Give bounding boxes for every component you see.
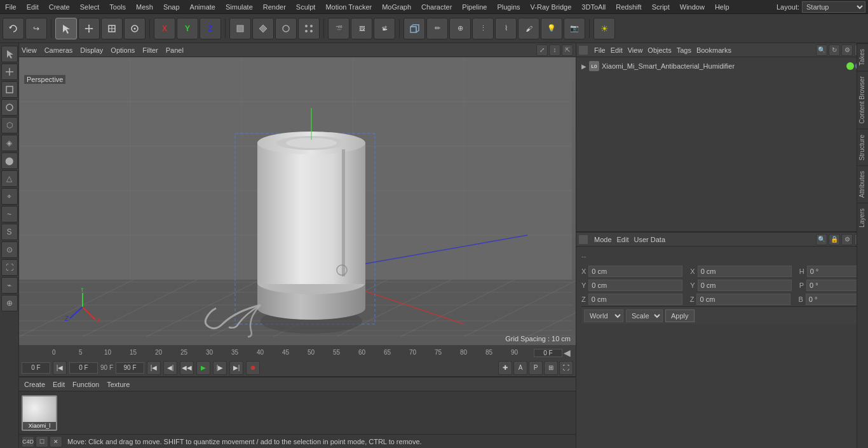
current-frame-input[interactable] xyxy=(534,349,562,357)
pos-y-input[interactable] xyxy=(588,280,682,291)
viewport-menu-filter[interactable]: Filter xyxy=(142,46,158,54)
step-forward-button[interactable]: |▶ xyxy=(213,361,227,375)
menu-select[interactable]: Select xyxy=(75,2,105,12)
sidebar-tool-11[interactable]: S xyxy=(1,224,18,240)
x-axis-button[interactable]: X xyxy=(154,18,175,39)
sidebar-tool-1[interactable] xyxy=(1,46,18,62)
scale-mode-button[interactable] xyxy=(101,18,123,39)
cube-mode-button[interactable] xyxy=(403,18,425,39)
menu-simulate[interactable]: Simulate xyxy=(220,2,258,12)
scale-dropdown[interactable]: Scale xyxy=(626,309,663,322)
cinema4d-icon[interactable]: C4D xyxy=(22,436,34,447)
menu-window[interactable]: Window xyxy=(675,2,710,12)
material-create[interactable]: Create xyxy=(24,381,45,388)
menu-mograph[interactable]: MoGraph xyxy=(377,2,416,12)
apply-button[interactable]: Apply xyxy=(665,309,695,322)
paint-button[interactable]: 🖌 xyxy=(518,18,539,39)
z-axis-button[interactable]: Z xyxy=(200,18,221,39)
step-back-button[interactable]: ◀| xyxy=(163,361,177,375)
viewport-menu-view[interactable]: View xyxy=(22,46,37,54)
obj-bookmarks[interactable]: Bookmarks xyxy=(696,46,731,54)
end-frame-input[interactable] xyxy=(116,362,144,374)
array-button[interactable]: ⋮ xyxy=(472,18,494,39)
layout-select[interactable]: Startup xyxy=(802,1,865,13)
render-sequence-button[interactable]: 📽 xyxy=(374,18,395,39)
sidebar-tool-12[interactable]: ⊙ xyxy=(1,241,18,258)
go-start-button[interactable]: |◀ xyxy=(147,361,161,375)
obj-file[interactable]: File xyxy=(594,46,606,54)
play-button[interactable]: ▶ xyxy=(196,361,210,375)
takes-tab[interactable]: Takes xyxy=(857,43,868,71)
obj-search-icon[interactable]: 🔍 xyxy=(816,44,827,56)
sidebar-tool-5[interactable]: ⬡ xyxy=(1,117,18,133)
attr-user-data[interactable]: User Data xyxy=(634,236,666,243)
menu-pipeline[interactable]: Pipeline xyxy=(457,2,492,12)
material-texture[interactable]: Texture xyxy=(107,381,130,388)
menu-render[interactable]: Render xyxy=(258,2,291,12)
attr-lock-icon[interactable]: 🔒 xyxy=(829,234,840,245)
keyframe-btn[interactable]: ✚ xyxy=(498,361,512,375)
menu-create[interactable]: Create xyxy=(44,2,75,12)
frame-step-down[interactable]: ◀ xyxy=(564,348,571,358)
move-mode-button[interactable] xyxy=(78,18,100,39)
obj-tags[interactable]: Tags xyxy=(677,46,691,54)
camera-button[interactable]: 📷 xyxy=(564,18,585,39)
menu-file[interactable]: File xyxy=(0,2,22,12)
pos-x2-input[interactable] xyxy=(698,266,792,277)
instance-button[interactable]: ⊕ xyxy=(449,18,471,39)
poly-mode-button[interactable] xyxy=(252,18,274,39)
edge-mode-button[interactable] xyxy=(275,18,297,39)
attributes-tab[interactable]: Attributes xyxy=(857,165,868,203)
obj-view[interactable]: View xyxy=(628,46,643,54)
sidebar-tool-14[interactable]: ⌁ xyxy=(1,277,18,294)
sidebar-tool-6[interactable]: ◈ xyxy=(1,135,18,151)
frame-start-btn[interactable]: |◀ xyxy=(53,361,67,375)
status-toggle[interactable]: ☐ xyxy=(36,436,48,447)
deform-button[interactable]: ⌇ xyxy=(495,18,517,39)
menu-sculpt[interactable]: Sculpt xyxy=(291,2,321,12)
pos-x-input[interactable] xyxy=(588,266,682,277)
obj-objects[interactable]: Objects xyxy=(648,46,671,54)
obj-expand-toggle[interactable]: ▶ xyxy=(581,63,587,70)
menu-redshift[interactable]: Redshift xyxy=(611,2,646,12)
sidebar-tool-7[interactable]: ⬤ xyxy=(1,153,18,169)
attr-settings-icon[interactable]: ⚙ xyxy=(841,234,853,245)
play-reverse-button[interactable]: ◀◀ xyxy=(180,361,194,375)
vp-ctrl-3[interactable]: ⇱ xyxy=(562,44,573,56)
pos-y2-input[interactable] xyxy=(698,280,792,291)
current-frame-input2[interactable] xyxy=(69,362,98,374)
y-axis-button[interactable]: Y xyxy=(177,18,198,39)
sidebar-tool-15[interactable]: ⊕ xyxy=(1,295,18,311)
render-picture-button[interactable]: 🖼 xyxy=(351,18,372,39)
status-close[interactable]: ✕ xyxy=(50,436,62,447)
vp-ctrl-2[interactable]: ↕ xyxy=(549,44,560,56)
menu-script[interactable]: Script xyxy=(647,2,675,12)
material-function[interactable]: Function xyxy=(72,381,99,388)
select-mode-button[interactable] xyxy=(55,18,77,39)
redo-button[interactable]: ↪ xyxy=(25,18,47,39)
object-row-humidifier[interactable]: ▶ L0 Xiaomi_Mi_Smart_Antibacterial_Humid… xyxy=(579,60,865,72)
fullscreen-btn[interactable]: ⛶ xyxy=(559,361,573,375)
vertex-mode-button[interactable] xyxy=(298,18,320,39)
render-region-button[interactable]: 🎬 xyxy=(328,18,349,39)
material-edit[interactable]: Edit xyxy=(53,381,65,388)
obj-refresh-icon[interactable]: ↻ xyxy=(829,44,840,56)
obj-dot-green[interactable] xyxy=(846,62,854,70)
sidebar-tool-2[interactable] xyxy=(1,64,18,80)
menu-animate[interactable]: Animate xyxy=(185,2,220,12)
viewport[interactable]: View Cameras Display Options Filter Pane… xyxy=(19,43,576,345)
motion-track-btn[interactable]: P xyxy=(529,361,543,375)
record-button[interactable]: ⏺ xyxy=(246,361,260,375)
menu-tools[interactable]: Tools xyxy=(104,2,131,12)
content-browser-tab[interactable]: Content Browser xyxy=(857,71,868,128)
start-frame-input[interactable] xyxy=(22,362,50,374)
menu-mesh[interactable]: Mesh xyxy=(131,2,158,12)
vp-ctrl-1[interactable]: ⤢ xyxy=(536,44,548,56)
sidebar-tool-9[interactable]: ⌖ xyxy=(1,188,18,205)
pen-tool-button[interactable]: ✏ xyxy=(426,18,448,39)
pos-z-input[interactable] xyxy=(588,294,682,305)
grid-toggle-btn[interactable]: ⊞ xyxy=(544,361,558,375)
menu-3dtoall[interactable]: 3DToAll xyxy=(576,2,611,12)
sidebar-tool-10[interactable]: ~ xyxy=(1,206,18,222)
obj-settings-icon[interactable]: ⚙ xyxy=(841,44,853,56)
